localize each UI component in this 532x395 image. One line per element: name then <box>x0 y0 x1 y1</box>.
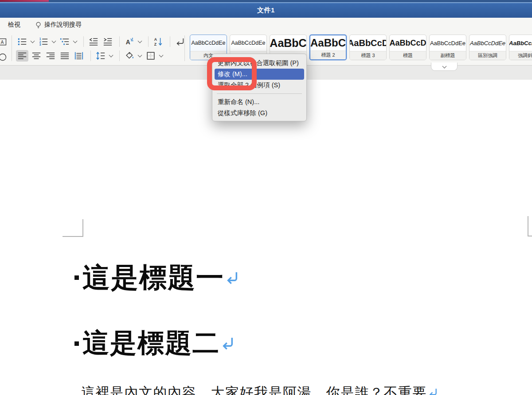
ribbon-tab-row: 檢視 操作說明搜尋 <box>0 18 532 32</box>
chevron-down-icon <box>442 64 446 68</box>
paint-bucket-icon <box>125 51 134 61</box>
ribbon-divider <box>83 36 84 47</box>
paragraph-group: 123 A AZ <box>16 35 188 64</box>
numbered-list-icon: 123 <box>39 37 48 46</box>
style-label: 標題 2 <box>310 50 346 59</box>
numbered-list-button[interactable]: 123 <box>37 36 50 47</box>
character-border-icon: A <box>0 37 7 47</box>
return-arrow-icon <box>222 336 234 351</box>
square-bullet-marker <box>74 341 79 346</box>
style-label: 標題 3 <box>350 51 386 60</box>
document-page[interactable]: 這是標題一 這是標題二 這裡是內文的內容，大家好我是阿湯，你是誰？不重要 請往下… <box>0 80 532 395</box>
bullet-list-button[interactable] <box>16 36 28 47</box>
style-tile-intense-emphasis[interactable]: AaBbCcDdEe 強調斜體 <box>509 35 532 60</box>
ribbon-divider <box>119 50 120 61</box>
distribute-text-icon <box>74 51 84 61</box>
style-preview: AaBbCcDdEe <box>230 35 266 51</box>
multilevel-list-icon <box>60 37 70 46</box>
align-right-button[interactable] <box>44 50 57 62</box>
menu-separator <box>217 93 302 94</box>
chevron-down-icon[interactable] <box>73 39 78 43</box>
red-highlight-annotation <box>207 57 257 90</box>
style-preview: AaBbCcDdEe <box>509 35 532 51</box>
heading1-paragraph[interactable]: 這是標題一 <box>74 259 239 296</box>
gallery-expand-button[interactable] <box>431 62 458 71</box>
heading2-text[interactable]: 這是標題二 <box>82 325 220 361</box>
align-right-icon <box>46 51 55 61</box>
heading2-paragraph[interactable]: 這是標題二 <box>74 325 234 361</box>
sort-icon: AZ <box>153 37 163 46</box>
svg-text:Z: Z <box>154 42 157 46</box>
title-bar: 文件1 <box>0 2 532 18</box>
shading-button[interactable] <box>123 50 136 62</box>
square-bullet-marker <box>74 275 79 280</box>
ribbon-divider <box>12 35 12 61</box>
chevron-down-icon[interactable] <box>138 39 142 43</box>
style-preview: AaBbCcD <box>350 35 386 51</box>
return-arrow-icon <box>429 387 438 395</box>
borders-button[interactable] <box>145 50 157 62</box>
style-preview: AaBbCcDdEe <box>430 35 466 51</box>
ribbon-divider <box>90 50 91 61</box>
svg-text:A: A <box>1 40 4 45</box>
style-tile-heading2[interactable]: AaBbC 標題 2 <box>309 35 347 60</box>
menu-item-remove-from-gallery[interactable]: 從樣式庫移除 (G) <box>212 108 306 119</box>
chevron-down-icon[interactable] <box>109 53 113 58</box>
paragraph-row-1: 123 A AZ <box>16 35 188 48</box>
align-left-icon <box>17 51 27 61</box>
help-search-label: 操作說明搜尋 <box>44 21 82 29</box>
text-boundary-corner-left <box>63 219 83 237</box>
phonetic-guide-button[interactable]: A <box>123 36 136 47</box>
style-preview: AaBbCcD <box>390 35 426 51</box>
style-tile-heading3[interactable]: AaBbCcD 標題 3 <box>349 35 387 60</box>
body-paragraph-1[interactable]: 這裡是內文的內容，大家好我是阿湯，你是誰？不重要 <box>81 383 438 395</box>
ribbon-divider <box>119 36 120 47</box>
chevron-down-icon[interactable] <box>138 53 142 58</box>
enclose-character-button[interactable] <box>0 51 8 63</box>
text-boundary-corner-right <box>528 216 532 236</box>
style-tile-subtitle[interactable]: AaBbCcDdEe 副標題 <box>429 35 466 60</box>
character-format-group: A <box>0 36 10 66</box>
align-left-button[interactable] <box>16 50 28 62</box>
window-top-strip <box>0 0 532 2</box>
ribbon-divider <box>184 35 185 61</box>
style-tile-subtle-emphasis[interactable]: AaBbCcDdEe 區別強調 <box>469 35 506 60</box>
style-label: 標題 <box>390 51 426 60</box>
bullet-list-icon <box>17 37 27 46</box>
justify-button[interactable] <box>59 50 71 62</box>
borders-grid-icon <box>146 51 156 61</box>
align-center-icon <box>31 51 41 61</box>
return-arrow-icon <box>175 37 185 46</box>
svg-text:A: A <box>126 39 130 46</box>
increase-indent-button[interactable] <box>102 36 114 47</box>
decrease-indent-button[interactable] <box>87 36 100 47</box>
multilevel-list-button[interactable] <box>59 36 71 47</box>
help-search[interactable]: 操作說明搜尋 <box>35 21 82 29</box>
line-spacing-button[interactable] <box>94 50 107 62</box>
character-border-button[interactable]: A <box>0 36 8 48</box>
style-preview: AaBbCcDdEe <box>469 35 506 51</box>
style-label: 區別強調 <box>469 51 506 60</box>
ribbon-divider <box>148 36 149 47</box>
chevron-down-icon[interactable] <box>52 39 56 43</box>
body-text-1[interactable]: 這裡是內文的內容，大家好我是阿湯，你是誰？不重要 <box>81 383 427 395</box>
return-arrow-icon <box>226 271 239 285</box>
heading1-text[interactable]: 這是標題一 <box>82 259 224 296</box>
word-window: 文件1 檢視 操作說明搜尋 A 123 <box>0 0 532 395</box>
chevron-down-icon[interactable] <box>159 53 164 58</box>
lightbulb-icon <box>35 21 42 29</box>
decrease-indent-icon <box>89 37 98 46</box>
distribute-text-button[interactable] <box>73 50 85 62</box>
align-center-button[interactable] <box>30 50 43 62</box>
top-strip-red-segment <box>0 0 49 2</box>
svg-text:3: 3 <box>39 43 41 46</box>
style-tile-title[interactable]: AaBbCcD 標題 <box>389 35 426 60</box>
enclose-character-icon <box>0 52 7 62</box>
style-preview: AaBbC <box>270 35 306 51</box>
menu-item-rename[interactable]: 重新命名 (N)... <box>212 97 306 108</box>
increase-indent-icon <box>103 37 113 46</box>
style-label: 強調斜體 <box>509 51 532 60</box>
chevron-down-icon[interactable] <box>31 39 35 43</box>
sort-button[interactable]: AZ <box>152 36 164 47</box>
tab-view[interactable]: 檢視 <box>8 21 20 29</box>
